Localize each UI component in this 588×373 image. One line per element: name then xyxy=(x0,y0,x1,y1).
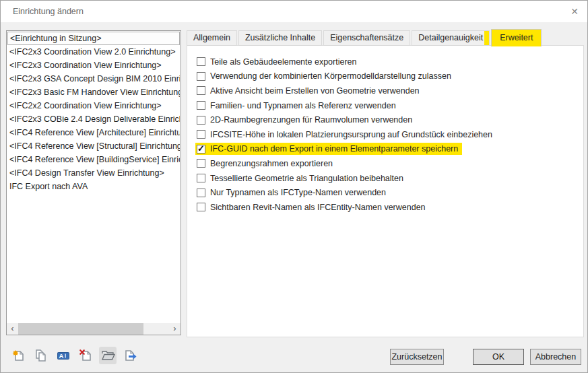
erweitert-tab-panel: Teile als Gebäudeelemente exportieren Ve… xyxy=(187,45,584,337)
list-item[interactable]: <IFC2x3 COBie 2.4 Design Deliverable Ein… xyxy=(7,112,180,126)
checkbox-icon[interactable] xyxy=(197,101,205,110)
checkbox-icon[interactable] xyxy=(197,159,205,168)
svg-text:A: A xyxy=(59,352,64,360)
tab-eigenschaftensaetze[interactable]: Eigenschaftensätze xyxy=(323,30,410,46)
setup-toolbar: A xyxy=(10,347,139,364)
checkbox-icon[interactable] xyxy=(197,203,205,211)
scroll-left-icon[interactable]: ‹ xyxy=(7,323,18,335)
option-label: Familien- und Typnamen als Referenz verw… xyxy=(210,101,396,110)
list-item[interactable]: <IFC2x2 Coordination View Einrichtung> xyxy=(7,99,180,112)
list-item[interactable]: <IFC2x3 Basic FM Handover View Einrichtu… xyxy=(7,86,180,99)
setup-list: <Einrichtung in Sitzung> <IFC2x3 Coordin… xyxy=(6,30,181,335)
reset-button[interactable]: Zurücksetzen xyxy=(390,349,444,365)
options-list: Teile als Gebäudeelemente exportieren Ve… xyxy=(195,55,496,215)
new-setup-icon[interactable] xyxy=(10,347,28,364)
checkbox-icon[interactable] xyxy=(197,189,205,197)
option-label: Teile als Gebäudeelemente exportieren xyxy=(210,57,357,67)
duplicate-setup-icon[interactable] xyxy=(32,347,50,364)
list-item[interactable]: <IFC4 Design Transfer View Einrichtung> xyxy=(7,166,180,180)
option-label: Tessellierte Geometrie als Triangulation… xyxy=(210,174,403,183)
option-label: IFC-GUID nach dem Export in einem Elemen… xyxy=(210,144,458,154)
export-setup-icon[interactable] xyxy=(121,347,139,364)
checkbox-checked-icon[interactable] xyxy=(197,145,205,154)
option-aktive-ansicht[interactable]: Aktive Ansicht beim Erstellen von Geomet… xyxy=(195,83,496,98)
option-label: Begrenzungsrahmen exportieren xyxy=(210,159,333,168)
list-item[interactable]: <IFC2x3 GSA Concept Design BIM 2010 Einr… xyxy=(7,72,180,86)
tab-allgemein[interactable]: Allgemein xyxy=(187,30,237,46)
tab-erweitert[interactable]: Erweitert xyxy=(491,29,542,46)
option-label: 2D-Raumbegrenzungen für Raumvolumen verw… xyxy=(210,115,412,125)
option-teile-als-gebaeudeelemente[interactable]: Teile als Gebäudeelemente exportieren xyxy=(195,55,496,69)
horizontal-scrollbar[interactable]: ‹ › xyxy=(7,323,181,335)
list-item[interactable]: IFC Export nach AVA xyxy=(7,180,180,193)
option-2d-raumbegrenzungen[interactable]: 2D-Raumbegrenzungen für Raumvolumen verw… xyxy=(195,112,496,127)
checkbox-icon[interactable] xyxy=(197,116,205,125)
checkbox-icon[interactable] xyxy=(197,86,205,95)
scrollbar-thumb[interactable] xyxy=(18,323,143,335)
close-icon[interactable]: ✕ xyxy=(567,4,582,19)
list-item[interactable]: <IFC2x3 Coordination View Einrichtung> xyxy=(7,59,180,72)
option-sichtbare-revit-namen[interactable]: Sichtbaren Revit-Namen als IFCEntity-Nam… xyxy=(195,200,496,215)
option-tessellierte-geometrie[interactable]: Tessellierte Geometrie als Triangulation… xyxy=(195,171,496,186)
cancel-button[interactable]: Abbrechen xyxy=(530,349,581,365)
list-item[interactable]: <Einrichtung in Sitzung> xyxy=(7,32,180,45)
checkbox-icon[interactable] xyxy=(197,57,205,66)
list-item[interactable]: <IFC2x3 Coordination View 2.0 Einrichtun… xyxy=(7,45,180,59)
checkbox-icon[interactable] xyxy=(197,174,205,182)
option-label: IFCSITE-Höhe in lokalen Platzierungsursp… xyxy=(210,130,492,139)
list-item[interactable]: <IFC4 Reference View [Structural] Einric… xyxy=(7,139,180,153)
modify-setup-dialog: Einrichtung ändern ✕ <Einrichtung in Sit… xyxy=(0,0,588,373)
scroll-right-icon[interactable]: › xyxy=(169,323,181,335)
list-item[interactable]: <IFC4 Reference View [Architecture] Einr… xyxy=(7,126,180,139)
checkbox-icon[interactable] xyxy=(197,72,205,81)
option-begrenzungsrahmen[interactable]: Begrenzungsrahmen exportieren xyxy=(195,156,496,171)
delete-setup-icon[interactable] xyxy=(77,347,94,364)
option-ifc-guid-speichern[interactable]: IFC-GUID nach dem Export in einem Elemen… xyxy=(195,142,496,157)
option-label: Nur Typnamen als IFCType-Namen verwenden xyxy=(210,188,386,197)
ok-button[interactable]: OK xyxy=(473,349,524,365)
option-ifcsite-hoehe[interactable]: IFCSITE-Höhe in lokalen Platzierungsursp… xyxy=(195,127,496,142)
title-bar: Einrichtung ändern ✕ xyxy=(1,1,587,22)
option-familien-typnamen[interactable]: Familien- und Typnamen als Referenz verw… xyxy=(195,98,496,113)
dialog-title: Einrichtung ändern xyxy=(13,7,84,16)
tab-detailgenauigkeit[interactable]: Detailgenauigkeit xyxy=(412,30,490,46)
setup-list-items: <Einrichtung in Sitzung> <IFC2x3 Coordin… xyxy=(7,32,180,193)
tab-strip: Allgemein Zusätzliche Inhalte Eigenschaf… xyxy=(187,29,543,46)
load-setup-icon[interactable] xyxy=(99,347,117,364)
option-label: Sichtbaren Revit-Namen als IFCEntity-Nam… xyxy=(210,203,426,212)
rename-setup-icon[interactable]: A xyxy=(55,347,72,364)
option-nur-typnamen[interactable]: Nur Typnamen als IFCType-Namen verwenden xyxy=(195,185,496,200)
option-label: Aktive Ansicht beim Erstellen von Geomet… xyxy=(210,86,420,96)
list-item[interactable]: <IFC4 Reference View [BuildingService] E… xyxy=(7,153,180,166)
checkbox-icon[interactable] xyxy=(197,130,205,139)
option-koerpermodelldarstellung[interactable]: Verwendung der kombinierten Körpermodell… xyxy=(195,69,496,84)
tab-zusaetzliche-inhalte[interactable]: Zusätzliche Inhalte xyxy=(238,30,322,46)
option-label: Verwendung der kombinierten Körpermodell… xyxy=(210,71,451,81)
